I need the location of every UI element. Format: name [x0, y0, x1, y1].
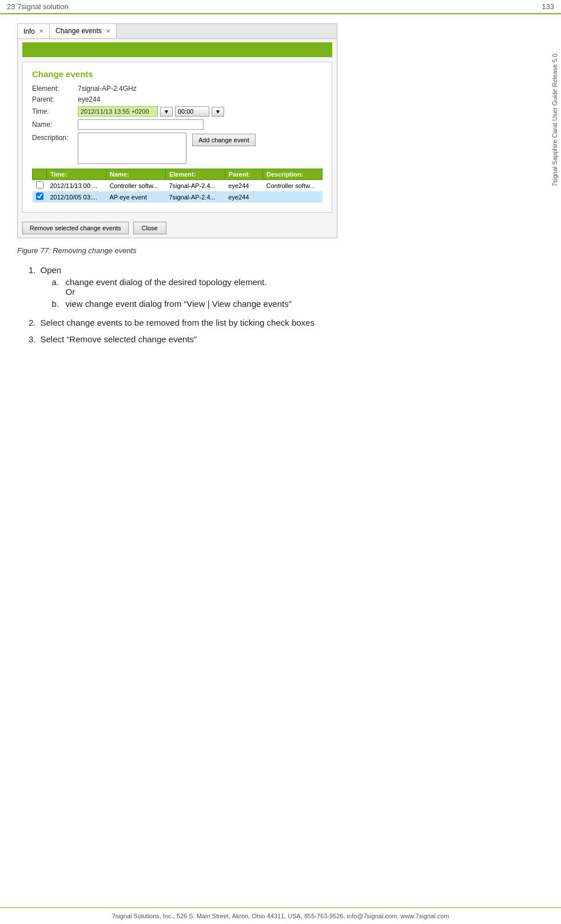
- row-checkbox[interactable]: [33, 191, 47, 203]
- step-content: Select “Remove selected change events”: [41, 334, 544, 344]
- tab-bar: Info ✕ Change events ✕: [18, 24, 337, 39]
- col-time: Time:: [47, 169, 106, 180]
- sub-step-text: change event dialog of the desired topol…: [66, 277, 267, 297]
- tab-change-events-label: Change events: [55, 27, 102, 35]
- cell-element: 7signal-AP-2.4...: [165, 180, 225, 191]
- step-number: 2.: [29, 318, 36, 327]
- name-input[interactable]: [78, 119, 204, 130]
- element-label: Element:: [32, 85, 78, 93]
- step-number: 3.: [29, 334, 36, 344]
- inner-dialog: Change events Element: 7signal-AP-2.4GHz…: [22, 62, 332, 213]
- list-item: 1.Opena.change event dialog of the desir…: [29, 265, 544, 311]
- list-item: 2.Select change events to be removed fro…: [29, 318, 544, 327]
- remove-selected-button[interactable]: Remove selected change events: [22, 222, 129, 234]
- sub-step-letter: b.: [52, 299, 61, 309]
- step-content: Opena.change event dialog of the desired…: [41, 265, 544, 311]
- time-dropdown-btn[interactable]: ▼: [160, 107, 173, 117]
- side-label: 7signal Sapphire Carat User Guide Releas…: [548, 29, 561, 211]
- table-header: Time: Name: Element: Parent: Description…: [33, 169, 323, 180]
- page-number: 133: [542, 2, 554, 11]
- parent-label: Parent:: [32, 95, 78, 103]
- name-label: Name:: [32, 121, 78, 129]
- element-value: 7signal-AP-2.4GHz: [78, 85, 137, 93]
- step-text: Select change events to be removed from …: [41, 318, 315, 327]
- name-row: Name:: [32, 119, 323, 130]
- col-element: Element:: [165, 169, 225, 180]
- col-name: Name:: [106, 169, 165, 180]
- description-label: Description:: [32, 133, 78, 142]
- step-number: 1.: [29, 265, 36, 311]
- cell-description: Controller softw...: [263, 180, 323, 191]
- table-header-row: Time: Name: Element: Parent: Description…: [33, 169, 323, 180]
- list-item: 3.Select “Remove selected change events”: [29, 334, 544, 344]
- cell-name: AP eye event: [106, 191, 165, 203]
- time-controls: ▼ ▼: [78, 106, 224, 117]
- dialog-green-bar: [22, 42, 332, 57]
- dialog-screenshot: Info ✕ Change events ✕ Change events Ele…: [17, 23, 337, 238]
- bottom-buttons: Remove selected change events Close: [18, 218, 337, 238]
- events-table: Time: Name: Element: Parent: Description…: [32, 169, 323, 203]
- tab-info-label: Info: [23, 27, 35, 35]
- page-chapter: 23 7signal solution: [7, 2, 69, 11]
- step-text: Open: [41, 265, 62, 275]
- sub-list-item: b.view change event dialog from “View | …: [52, 299, 544, 309]
- tab-info-close[interactable]: ✕: [39, 28, 43, 34]
- cell-element: 7signal-AP-2.4...: [165, 191, 225, 203]
- table-row: 2012/11/13 00:...Controller softw...7sig…: [33, 180, 323, 191]
- description-row: Description: Add change event: [32, 133, 323, 164]
- steps-list: 1.Opena.change event dialog of the desir…: [17, 265, 544, 344]
- col-checkbox: [33, 169, 47, 180]
- time-select[interactable]: [175, 106, 209, 117]
- tab-info[interactable]: Info ✕: [18, 24, 50, 38]
- time-input[interactable]: [78, 106, 158, 117]
- cell-time: 2012/10/05 03:...: [47, 191, 106, 203]
- tab-change-events-close[interactable]: ✕: [106, 28, 110, 34]
- figure-caption: Figure 77: Removing change events: [17, 246, 544, 255]
- description-textarea[interactable]: [78, 133, 186, 164]
- step-content: Select change events to be removed from …: [41, 318, 544, 327]
- dialog-title: Change events: [32, 69, 323, 79]
- footer: 7signal Solutions, Inc., 526 S. Main Str…: [0, 907, 561, 924]
- element-row: Element: 7signal-AP-2.4GHz: [32, 85, 323, 93]
- cell-parent: eye244: [225, 180, 262, 191]
- sub-list: a.change event dialog of the desired top…: [41, 277, 544, 309]
- parent-value: eye244: [78, 95, 100, 103]
- step-text: Select “Remove selected change events”: [41, 334, 197, 344]
- row-checkbox[interactable]: [33, 180, 47, 191]
- time-select-dropdown[interactable]: ▼: [212, 107, 224, 117]
- col-parent: Parent:: [225, 169, 262, 180]
- time-row: Time: ▼ ▼: [32, 106, 323, 117]
- cell-description: [263, 191, 323, 203]
- cell-time: 2012/11/13 00:...: [47, 180, 106, 191]
- col-description: Description:: [263, 169, 323, 180]
- table-row: 2012/10/05 03:...AP eye event7signal-AP-…: [33, 191, 323, 203]
- sub-step-text: view change event dialog from “View | Vi…: [66, 299, 292, 309]
- parent-row: Parent: eye244: [32, 95, 323, 103]
- sub-list-item: a.change event dialog of the desired top…: [52, 277, 544, 297]
- table-body: 2012/11/13 00:...Controller softw...7sig…: [33, 180, 323, 203]
- cell-name: Controller softw...: [106, 180, 165, 191]
- close-button[interactable]: Close: [133, 222, 166, 234]
- top-bar: 23 7signal solution 133: [0, 0, 561, 14]
- cell-parent: eye244: [225, 191, 262, 203]
- sub-step-letter: a.: [52, 277, 61, 297]
- tab-change-events[interactable]: Change events ✕: [50, 24, 117, 38]
- time-label: Time:: [32, 107, 78, 115]
- footer-text: 7signal Solutions, Inc., 526 S. Main Str…: [112, 913, 449, 919]
- add-change-event-button[interactable]: Add change event: [192, 134, 256, 146]
- main-content: Info ✕ Change events ✕ Change events Ele…: [0, 14, 561, 360]
